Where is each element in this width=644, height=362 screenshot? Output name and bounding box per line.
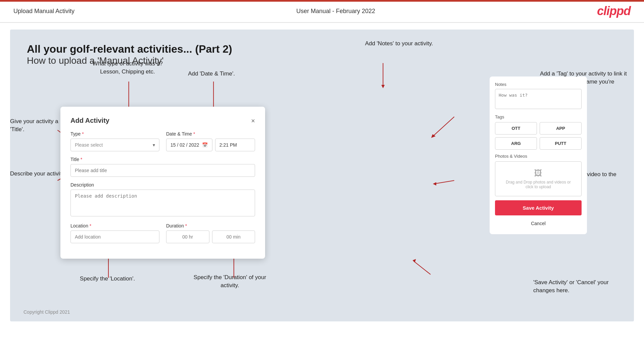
svg-marker-17: [433, 182, 436, 186]
tag-putt[interactable]: PUTT: [540, 137, 582, 150]
annotation-notes: Add 'Notes' to your activity.: [362, 40, 436, 48]
notes-textarea[interactable]: [495, 89, 582, 109]
calendar-icon: 📅: [202, 142, 208, 148]
main-content: All your golf-relevant activities... (Pa…: [10, 30, 634, 321]
svg-line-18: [413, 261, 431, 274]
location-label: Location *: [70, 223, 159, 228]
title-label: Title *: [70, 157, 255, 162]
type-datetime-row: Type * Please select ▾ Date & Time * 15 …: [70, 131, 255, 151]
svg-marker-19: [412, 259, 416, 262]
location-input[interactable]: [70, 230, 159, 243]
duration-min-input[interactable]: [212, 230, 255, 243]
location-group: Location *: [70, 223, 159, 243]
top-bar: Upload Manual Activity User Manual - Feb…: [0, 0, 644, 23]
chevron-down-icon: ▾: [153, 142, 155, 148]
datetime-label: Date & Time *: [166, 131, 255, 137]
modal-title: Add Activity: [70, 117, 109, 124]
annotation-duration: Specify the 'Duration' of your activity.: [188, 273, 272, 290]
logo: clippd: [597, 4, 631, 18]
tag-ott[interactable]: OTT: [495, 122, 537, 135]
page-title: Upload Manual Activity: [13, 8, 75, 15]
annotation-save-cancel: 'Save Activity' or 'Cancel' your changes…: [533, 278, 627, 295]
type-placeholder: Please select: [75, 142, 103, 148]
description-group: Description: [70, 182, 255, 218]
date-time-inputs: 15 / 02 / 2022 📅 2:21 PM: [166, 139, 255, 151]
date-input[interactable]: 15 / 02 / 2022 📅: [166, 139, 212, 151]
svg-line-14: [432, 117, 454, 137]
svg-line-16: [434, 180, 454, 184]
upload-icon: 🖼: [534, 168, 542, 178]
duration-group: Duration *: [166, 223, 255, 243]
duration-hr-input[interactable]: [166, 230, 209, 243]
annotation-date-time: Add 'Date & Time'.: [175, 70, 248, 78]
svg-marker-15: [431, 134, 436, 138]
annotation-activity-type: What type of activity was it? Lesson, Ch…: [84, 60, 171, 76]
tags-label: Tags: [495, 114, 582, 119]
time-input[interactable]: 2:21 PM: [215, 139, 255, 151]
add-activity-modal: Add Activity × Type * Please select ▾ Da…: [60, 107, 265, 259]
phone-screen: Notes Tags OTT APP ARG PUTT Photos & Vid…: [490, 76, 587, 234]
cancel-button[interactable]: Cancel: [495, 218, 582, 229]
modal-header: Add Activity ×: [70, 117, 255, 124]
phone-panel: Notes Tags OTT APP ARG PUTT Photos & Vid…: [490, 76, 587, 234]
photos-upload-area[interactable]: 🖼 Drag and Drop photos and videos or cli…: [495, 161, 582, 196]
type-select[interactable]: Please select ▾: [70, 139, 159, 151]
date-value: 15 / 02 / 2022: [170, 142, 199, 148]
page-title-bold: All your golf-relevant activities... (Pa…: [27, 43, 617, 55]
location-duration-row: Location * Duration *: [70, 223, 255, 243]
annotation-title: Give your activity a 'Title'.: [10, 117, 69, 134]
description-label: Description: [70, 182, 255, 188]
title-input[interactable]: [70, 164, 255, 177]
photos-label: Photos & Videos: [495, 154, 582, 159]
duration-label: Duration *: [166, 223, 255, 228]
svg-marker-13: [381, 85, 385, 88]
footer: Copyright Clippd 2021: [23, 309, 70, 315]
description-textarea[interactable]: [70, 190, 255, 216]
title-group: Title *: [70, 157, 255, 177]
manual-title: User Manual - February 2022: [296, 8, 375, 15]
annotation-description: Describe your activity.: [10, 170, 69, 178]
upload-text: Drag and Drop photos and videos or click…: [502, 180, 575, 189]
duration-inputs: [166, 230, 255, 243]
save-activity-button[interactable]: Save Activity: [495, 200, 582, 215]
tag-arg[interactable]: ARG: [495, 137, 537, 150]
notes-label: Notes: [495, 82, 582, 87]
type-label: Type *: [70, 131, 159, 137]
type-group: Type * Please select ▾: [70, 131, 159, 151]
datetime-group: Date & Time * 15 / 02 / 2022 📅 2:21 PM: [166, 131, 255, 151]
tags-grid: OTT APP ARG PUTT: [495, 122, 582, 150]
tag-app[interactable]: APP: [540, 122, 582, 135]
annotation-location: Specify the 'Location'.: [69, 275, 146, 283]
close-button[interactable]: ×: [251, 117, 255, 124]
